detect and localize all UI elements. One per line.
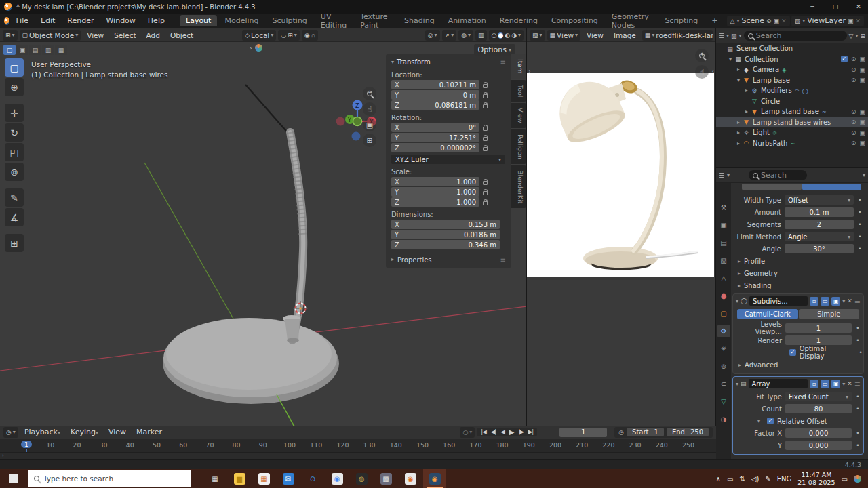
rotation-mode-dropdown[interactable]: XYZ Euler▾ [391,155,505,164]
properties-tab[interactable]: ▢ [717,308,730,319]
language-label[interactable]: ENG [777,475,792,483]
outliner-row[interactable]: ▸ ◆ Camera ◈ ⊙▣ [716,64,868,75]
expand-icon[interactable]: ▸ [735,129,742,136]
start-button[interactable] [0,469,27,488]
outliner-row[interactable]: ▸ ⚙ Modifiers ◠◯ [716,85,868,96]
taskbar-app[interactable]: ▆ [228,469,251,488]
playhead[interactable] [26,449,27,453]
auto-keying-toggle[interactable]: ○▾ [460,427,475,438]
expand-icon[interactable]: ▾ [727,56,734,62]
workspace-tab[interactable]: UV Editing [315,11,353,31]
play-icon[interactable]: ▶ [507,428,516,436]
pen-icon[interactable]: ✎ [765,475,770,483]
extras-chevron-icon[interactable]: ▾ [842,298,845,304]
network-icon[interactable]: ⇅ [739,475,745,483]
close-icon[interactable]: ✕ [847,298,852,304]
eye-toggle-icon[interactable]: ⊙ [851,108,856,115]
outliner-row[interactable]: ▽ Circle [716,96,868,107]
camera-toggle-icon[interactable]: ▣ [859,140,865,146]
properties-tab[interactable]: ⚒ [717,202,730,214]
animate-dot-icon[interactable]: • [855,337,861,344]
simple-button[interactable]: Simple [799,309,860,319]
filter-display-icon[interactable]: ▧ [731,33,737,39]
lock-icon[interactable] [483,181,488,185]
image-mode-dropdown[interactable]: ▦View▾ [547,30,580,41]
workspace-tab[interactable]: Shading [398,15,441,26]
eye-toggle-icon[interactable]: ⊙ [851,129,856,136]
expand-icon[interactable]: ▸ [743,108,750,115]
eye-toggle-icon[interactable]: ⊙ [851,56,856,62]
bevel-edges-button[interactable] [802,184,862,190]
tool-button[interactable]: ✛ [5,104,24,122]
pin-icon[interactable]: ⊙ [766,18,772,24]
maximize-button[interactable]: ▢ [826,0,845,14]
camera-view-icon[interactable]: ▣ [363,118,376,131]
property-field[interactable]: 0.1 m [785,207,854,217]
lock-icon[interactable] [483,201,488,205]
end-frame-field[interactable]: End250 [667,428,709,436]
3d-viewport[interactable]: ⊞▾ ▢Object Mode▾ ViewSelectAddObject ◇Lo… [0,28,527,426]
camera-toggle-icon[interactable]: ▣ [859,56,865,62]
properties-tab[interactable]: ⊂ [717,378,730,390]
n-panel-tab[interactable]: Polligon [511,129,526,164]
animate-dot-icon[interactable]: • [857,245,863,252]
timeline-menu[interactable]: View [104,427,130,437]
tool-button[interactable]: ↻ [5,123,24,142]
tool-button[interactable]: ∡ [5,208,24,226]
zoom-tool-icon[interactable] [363,87,376,100]
current-frame-field[interactable]: 1 [559,428,607,437]
tablet-icon[interactable]: ▭ [727,475,733,483]
properties-tab[interactable]: ▧ [717,255,730,266]
scene-selector[interactable]: △ ▾ Scene ⊙ ▣ ✕ [727,16,790,26]
snap-toggle[interactable]: ◡⊞▾ [278,30,299,41]
action-center-icon[interactable]: ▭ [842,475,848,483]
expand-icon[interactable]: ▸ [735,66,742,73]
clock[interactable]: 11:47 AM 21-08-2025 [797,471,835,486]
copy-icon[interactable]: ▣ [774,18,780,24]
rotation-field[interactable]: Z0.000002° [391,143,479,152]
solid-shading-icon[interactable]: ● [498,32,503,39]
start-frame-field[interactable]: Start1 [627,428,664,436]
taskbar-search-input[interactable]: Type here to search [28,470,191,487]
viewport-menu[interactable]: Object [166,30,197,40]
lock-icon[interactable] [483,137,488,141]
location-field[interactable]: Z0.086181 m [391,100,479,110]
lock-icon[interactable] [483,147,488,151]
checkbox-checked-icon[interactable]: ✓ [841,56,848,62]
animate-dot-icon[interactable]: • [857,197,863,203]
property-field[interactable]: Fixed Count▾ [785,392,852,401]
eye-toggle-icon[interactable]: ⊙ [851,77,856,83]
outliner-row[interactable]: ▸ ☼ Light ☼ ⊙▣ [716,127,868,138]
realtime-toggle-icon[interactable]: ▭ [821,297,829,306]
expand-icon[interactable]: ▸ [391,256,394,264]
proportional-edit[interactable]: ◉∩ [302,30,318,41]
expand-icon[interactable]: ▸ [735,140,742,146]
properties-tab[interactable]: ● [717,290,730,302]
property-field[interactable]: 80 [785,404,852,413]
tool-button[interactable]: ⊕ [5,78,24,96]
property-field[interactable]: 30° [785,244,854,253]
n-panel-tab[interactable]: Item [511,54,526,79]
timeline-ruler[interactable]: 1102030405060708090100110120130140150160… [0,439,716,453]
orientation-dropdown[interactable]: ◇Local▾ [242,30,276,41]
taskbar-app[interactable]: ◉ [326,469,349,488]
collapsed-section[interactable]: ▸Geometry [732,267,865,279]
properties-tab[interactable]: ▽ [717,396,730,407]
widgets-icon[interactable] [854,475,861,483]
material-shading-icon[interactable]: ◐ [505,32,510,39]
timeline-menu[interactable]: Playback▾ [20,427,64,437]
camera-toggle-icon[interactable]: ▣ [859,108,865,115]
workspace-tab[interactable]: Geometry Nodes [606,11,658,31]
properties-search-input[interactable]: Search [749,170,807,180]
expand-icon[interactable]: ▸ [735,119,742,125]
overlays-dropdown[interactable]: ◍▾ [458,30,473,41]
viewport-menu[interactable]: Add [142,30,164,40]
workspace-tab[interactable]: Scripting [658,15,704,26]
select-subtract-icon[interactable]: ▤ [29,45,41,55]
drag-handle-icon[interactable]: ≡ [854,380,861,388]
eye-toggle-icon[interactable]: ⊙ [851,66,856,73]
mode-dropdown[interactable]: ▢Object Mode▾ [20,30,81,41]
select-extend-icon[interactable]: ▣ [16,45,28,55]
timeline-scroll-strip[interactable]: › [0,453,716,459]
taskbar-app[interactable]: ▦ [203,469,226,488]
